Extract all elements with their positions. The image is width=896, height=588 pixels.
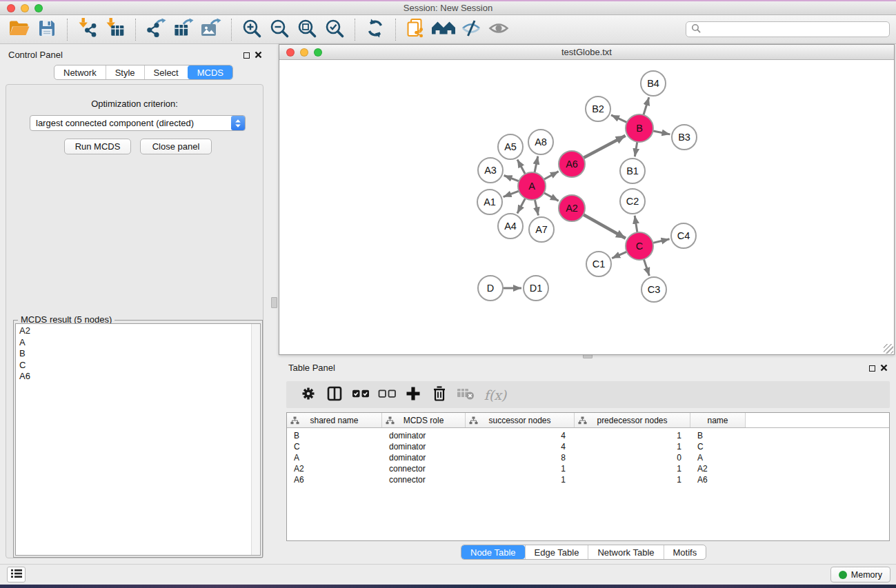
task-history-button[interactable] — [7, 567, 26, 582]
column-header-successor-nodes[interactable]: successor nodes — [466, 413, 575, 427]
graph-node-A2[interactable]: A2 — [559, 195, 585, 221]
refresh-button[interactable] — [361, 17, 389, 42]
column-header-mcds-role[interactable]: MCDS role — [382, 413, 466, 427]
edge-A6-B[interactable] — [582, 136, 626, 159]
graph-node-D1[interactable]: D1 — [524, 276, 548, 301]
tab-node-table[interactable]: Node Table — [461, 545, 525, 559]
delete-row-button[interactable] — [426, 384, 452, 406]
graph-node-A5[interactable]: A5 — [498, 134, 523, 159]
import-network-button[interactable] — [74, 17, 101, 42]
mcds-list-scrollbar[interactable] — [251, 324, 260, 555]
edge-C-C1[interactable] — [612, 251, 628, 258]
zoom-out-button[interactable] — [266, 17, 293, 42]
graph-node-B3[interactable]: B3 — [672, 125, 697, 150]
edge-B-B3[interactable] — [652, 131, 670, 134]
graph-node-B1[interactable]: B1 — [620, 159, 645, 183]
close-panel-button[interactable]: Close panel — [140, 139, 212, 154]
edge-B-B2[interactable] — [611, 115, 628, 123]
network-zoom-traffic-light[interactable] — [314, 48, 322, 57]
mcds-result-item[interactable]: A6 — [16, 371, 260, 383]
graph-node-A[interactable]: A — [518, 172, 546, 200]
window-resize-grip[interactable] — [884, 344, 893, 354]
tab-mcds[interactable]: MCDS — [188, 65, 232, 79]
mcds-result-item[interactable]: B — [16, 348, 260, 360]
tab-network[interactable]: Network — [54, 65, 106, 79]
save-button[interactable] — [33, 17, 61, 42]
edge-A-A3[interactable] — [504, 176, 521, 182]
mcds-result-item[interactable]: C — [16, 360, 260, 372]
vertical-splitter-handle[interactable] — [271, 297, 277, 308]
memory-button[interactable]: Memory — [830, 567, 890, 582]
network-minimize-traffic-light[interactable] — [300, 48, 308, 57]
settings-button[interactable] — [295, 384, 321, 406]
mcds-result-item[interactable]: A2 — [16, 325, 260, 337]
tab-motifs[interactable]: Motifs — [664, 545, 706, 559]
close-traffic-light[interactable] — [7, 4, 15, 12]
show-columns-button[interactable] — [321, 384, 348, 406]
export-image-button[interactable] — [197, 17, 225, 42]
table-row[interactable]: Bdominator41B — [287, 430, 889, 441]
graph-node-A7[interactable]: A7 — [529, 217, 554, 242]
select-all-button[interactable] — [348, 384, 374, 406]
zoom-traffic-light[interactable] — [34, 4, 43, 12]
graph-node-B[interactable]: B — [626, 114, 653, 142]
node-table[interactable]: shared nameMCDS rolesuccessor nodesprede… — [286, 412, 890, 541]
edge-C-C3[interactable] — [644, 258, 650, 276]
show-graphics-details-button[interactable] — [485, 17, 512, 42]
export-table-button[interactable] — [170, 17, 197, 42]
table-float-panel-icon[interactable] — [869, 365, 875, 372]
tab-edge-table[interactable]: Edge Table — [525, 545, 588, 559]
add-row-button[interactable] — [400, 384, 426, 406]
edge-C-C2[interactable] — [635, 216, 637, 234]
graph-node-A4[interactable]: A4 — [498, 214, 523, 239]
edge-A-A4[interactable] — [517, 197, 526, 214]
import-table-button[interactable] — [101, 17, 129, 42]
network-canvas[interactable]: B4B2BB3A8A5A6A3B1AC2A1A2A4A7C4CC1DD1C3 — [279, 61, 894, 354]
table-row[interactable]: Adominator80A — [287, 452, 889, 463]
graph-node-A3[interactable]: A3 — [478, 158, 503, 183]
mcds-result-list[interactable]: A2ABCA6 — [15, 323, 261, 556]
graph-node-A1[interactable]: A1 — [477, 190, 502, 214]
edge-C-C4[interactable] — [652, 239, 670, 243]
column-header-shared-name[interactable]: shared name — [287, 413, 382, 427]
network-close-traffic-light[interactable] — [286, 48, 295, 57]
edge-A-A5[interactable] — [517, 159, 526, 175]
network-graph[interactable]: B4B2BB3A8A5A6A3B1AC2A1A2A4A7C4CC1DD1C3 — [279, 61, 894, 354]
minimize-traffic-light[interactable] — [21, 4, 29, 12]
export-network-button[interactable] — [142, 17, 170, 42]
float-panel-icon[interactable] — [243, 52, 250, 59]
column-header-name[interactable]: name — [690, 413, 746, 427]
tab-network-table[interactable]: Network Table — [588, 545, 663, 559]
zoom-in-button[interactable] — [238, 17, 266, 42]
search-field[interactable] — [686, 21, 890, 37]
deselect-all-button[interactable] — [374, 384, 400, 406]
zoom-selected-button[interactable] — [321, 17, 348, 42]
graph-node-C1[interactable]: C1 — [586, 252, 611, 276]
column-header-predecessor-nodes[interactable]: predecessor nodes — [575, 413, 690, 427]
close-panel-icon[interactable] — [255, 50, 262, 61]
edge-B-B4[interactable] — [643, 97, 649, 116]
tab-select[interactable]: Select — [144, 65, 188, 79]
edge-A-A8[interactable] — [535, 156, 538, 174]
graph-node-A8[interactable]: A8 — [528, 130, 553, 154]
edge-A-A2[interactable] — [543, 192, 559, 201]
edge-B-B1[interactable] — [635, 141, 637, 156]
table-row[interactable]: Cdominator41C — [287, 441, 889, 452]
edge-A-A7[interactable] — [535, 199, 539, 216]
graph-node-D[interactable]: D — [478, 276, 503, 301]
edge-A-A1[interactable] — [504, 190, 521, 196]
criterion-dropdown[interactable]: largest connected component (directed) — [30, 115, 246, 131]
network-window-titlebar[interactable]: testGlobe.txt — [279, 45, 894, 60]
graph-node-C4[interactable]: C4 — [671, 223, 696, 248]
graph-node-C3[interactable]: C3 — [641, 277, 666, 302]
graph-node-B4[interactable]: B4 — [641, 71, 666, 96]
graph-node-C[interactable]: C — [626, 232, 653, 260]
zoom-fit-button[interactable] — [293, 17, 321, 42]
edge-A2-C[interactable] — [582, 214, 626, 238]
hide-graphics-details-button[interactable] — [457, 17, 485, 42]
graph-node-A6[interactable]: A6 — [559, 151, 585, 177]
table-close-panel-icon[interactable] — [880, 363, 888, 374]
graph-node-C2[interactable]: C2 — [620, 189, 645, 214]
search-input[interactable] — [704, 25, 884, 34]
mcds-result-item[interactable]: A — [16, 337, 260, 349]
